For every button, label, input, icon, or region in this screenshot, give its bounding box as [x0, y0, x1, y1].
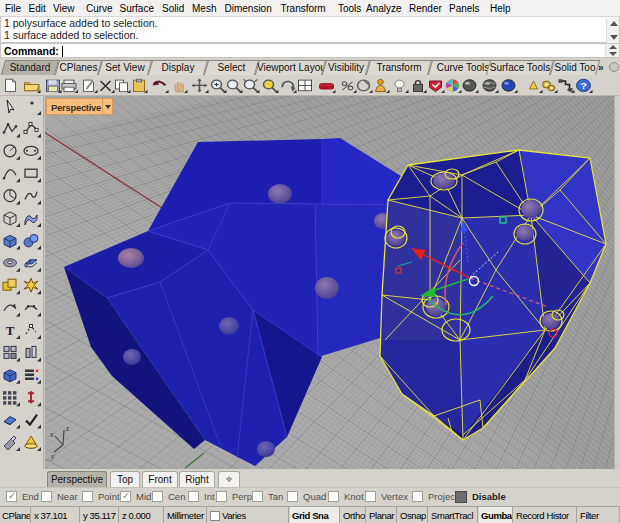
svg-text:?: ?: [580, 81, 587, 91]
svg-text:y: y: [50, 452, 55, 461]
svg-text:z: z: [65, 424, 70, 433]
svg-text:x: x: [49, 430, 54, 439]
svg-text:T: T: [6, 323, 15, 338]
